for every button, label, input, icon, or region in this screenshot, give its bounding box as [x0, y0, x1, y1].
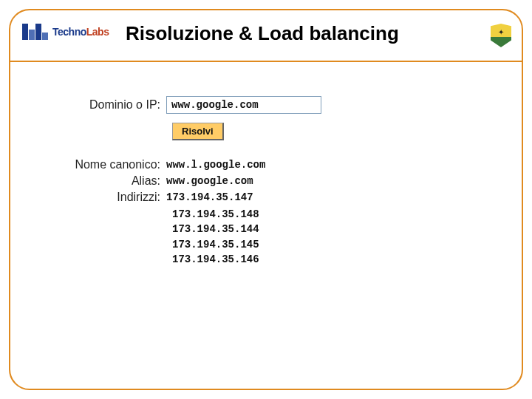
logo-text: TechnoLabs	[52, 26, 109, 38]
address-item: 173.194.35.145	[172, 237, 466, 252]
content-area: Dominio o IP: Risolvi Nome canonico: www…	[52, 96, 466, 267]
logo-text-main: Techno	[52, 26, 86, 38]
domain-row: Dominio o IP:	[52, 96, 466, 114]
technolabs-logo: TechnoLabs	[22, 24, 109, 40]
domain-label: Dominio o IP:	[52, 98, 166, 112]
address-item: 173.194.35.144	[172, 222, 466, 236]
canonical-value: www.l.google.com	[166, 159, 265, 171]
address-item: 173.194.35.147	[166, 191, 253, 203]
canonical-row: Nome canonico: www.l.google.com	[52, 158, 466, 171]
logo-bars-icon	[22, 24, 48, 40]
address-item: 173.194.35.148	[172, 207, 466, 222]
addresses-row: Indirizzi: 173.194.35.147	[52, 191, 466, 204]
address-item: 173.194.35.146	[172, 252, 466, 267]
alias-label: Alias:	[52, 174, 166, 188]
button-row: Risolvi	[172, 123, 466, 140]
logo-text-sub: Labs	[86, 26, 109, 38]
results-block: Nome canonico: www.l.google.com Alias: w…	[52, 158, 466, 267]
alias-value: www.google.com	[166, 175, 253, 187]
resolve-button[interactable]: Risolvi	[172, 123, 224, 140]
domain-input[interactable]	[166, 96, 321, 114]
crest-icon	[491, 24, 511, 47]
header-divider	[9, 61, 523, 62]
canonical-label: Nome canonico:	[52, 158, 166, 171]
address-list: 173.194.35.148 173.194.35.144 173.194.35…	[172, 207, 466, 267]
page-title: Risoluzione & Load balancing	[126, 22, 399, 45]
addresses-label: Indirizzi:	[52, 191, 166, 204]
alias-row: Alias: www.google.com	[52, 174, 466, 188]
